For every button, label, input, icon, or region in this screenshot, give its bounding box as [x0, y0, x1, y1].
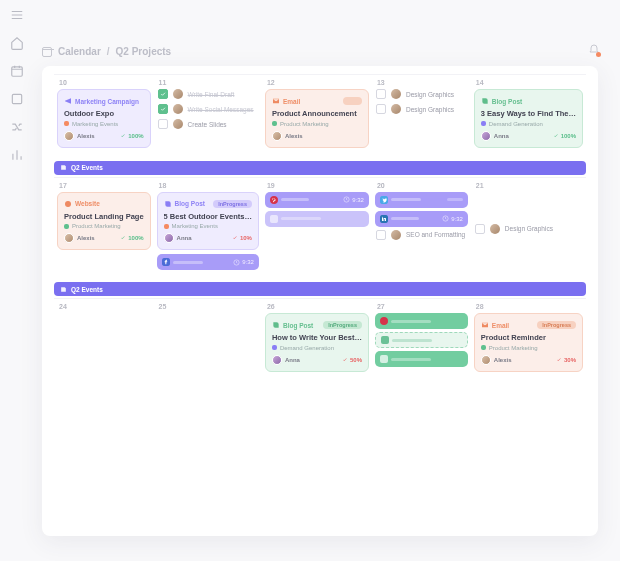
card-title: Product Reminder — [481, 334, 576, 343]
card-title: Product Announcement — [272, 110, 362, 119]
social-tile-pinterest[interactable]: 9:32 — [265, 192, 369, 208]
assignee: Anna — [494, 133, 509, 139]
assignee: Alexis — [494, 357, 512, 363]
avatar — [481, 131, 491, 141]
social-tile-twitter[interactable] — [375, 192, 468, 208]
progress-badge: 30% — [556, 357, 576, 363]
card-category: Product Marketing — [72, 223, 121, 229]
day-number: 18 — [157, 182, 259, 189]
social-tile-linkedin[interactable]: 9:32 — [375, 211, 468, 227]
calendar-glyph-icon — [42, 47, 52, 57]
card-title: Product Landing Page — [64, 213, 144, 222]
avatar — [272, 131, 282, 141]
day-cell[interactable]: 10 Marketing Campaign Outdoor Expo Marke… — [54, 74, 154, 158]
tasks-icon[interactable] — [10, 92, 24, 106]
card-category: Marketing Events — [72, 121, 118, 127]
task-card-email[interactable]: EmailInProgress Product Reminder Product… — [474, 313, 583, 372]
calendar-card: 10 Marketing Campaign Outdoor Expo Marke… — [42, 66, 598, 536]
day-number: 11 — [157, 79, 259, 86]
card-title: 5 Best Outdoor Events… — [164, 213, 252, 222]
card-category: Marketing Events — [172, 223, 218, 229]
home-icon[interactable] — [10, 36, 24, 50]
task-card-blog-post[interactable]: Blog PostInProgress 5 Best Outdoor Event… — [157, 192, 259, 251]
notifications-icon[interactable] — [588, 44, 600, 56]
day-cell[interactable]: 27 — [372, 298, 471, 382]
day-cell[interactable]: 21 Design Graphics — [471, 177, 586, 280]
day-number: 21 — [474, 182, 583, 189]
social-tile-placeholder[interactable] — [265, 211, 369, 227]
social-tile-facebook[interactable]: 9:32 — [157, 254, 259, 270]
card-category: Demand Generation — [280, 345, 334, 351]
day-number: 26 — [265, 303, 369, 310]
progress-badge: 100% — [120, 133, 143, 139]
card-title: Outdoor Expo — [64, 110, 144, 119]
calendar-grid: 10 Marketing Campaign Outdoor Expo Marke… — [54, 74, 586, 382]
assignee: Anna — [285, 357, 300, 363]
avatar — [64, 233, 74, 243]
shuffle-icon[interactable] — [10, 120, 24, 134]
status-pill: InProgress — [537, 321, 576, 329]
card-type: Marketing Campaign — [75, 98, 139, 105]
svg-rect-0 — [12, 67, 23, 76]
event-span-bar[interactable]: Q2 Events — [54, 161, 586, 175]
card-type: Blog Post — [492, 98, 522, 105]
checklist-item[interactable]: Write Social Messages — [157, 104, 259, 114]
day-cell[interactable]: 12 Email Product Announcement Product Ma… — [262, 74, 372, 158]
breadcrumb-separator: / — [107, 46, 110, 57]
checklist-item[interactable]: Create Slides — [157, 119, 259, 129]
progress-badge: 100% — [120, 235, 143, 241]
checklist-item[interactable]: Design Graphics — [474, 224, 583, 234]
status-pill — [343, 97, 362, 105]
day-cell[interactable]: 19 9:32 — [262, 177, 372, 280]
card-title: How to Write Your Best… — [272, 334, 362, 343]
card-type: Blog Post — [283, 322, 313, 329]
calendar-icon[interactable] — [10, 64, 24, 78]
event-span-bar[interactable]: Q2 Events — [54, 282, 586, 296]
day-number: 27 — [375, 303, 468, 310]
day-cell[interactable]: 17 Website Product Landing Page Product … — [54, 177, 154, 280]
assignee: Alexis — [285, 133, 303, 139]
checklist-item[interactable]: SEO and Formatting — [375, 230, 468, 240]
social-tile-outline[interactable] — [375, 332, 468, 348]
social-tile[interactable] — [375, 313, 468, 329]
card-type: Email — [492, 322, 509, 329]
task-card-email[interactable]: Email Product Announcement Product Marke… — [265, 89, 369, 148]
day-cell[interactable]: 28 EmailInProgress Product Reminder Prod… — [471, 298, 586, 382]
day-number: 24 — [57, 303, 151, 310]
task-card-blog-post[interactable]: Blog Post 3 Easy Ways to Find The… Deman… — [474, 89, 583, 148]
span-bar-label: Q2 Events — [71, 286, 103, 293]
day-cell[interactable]: 26 Blog PostInProgress How to Write Your… — [262, 298, 372, 382]
svg-rect-1 — [12, 94, 21, 103]
breadcrumb-page[interactable]: Q2 Projects — [116, 46, 172, 57]
analytics-icon[interactable] — [10, 148, 24, 162]
card-type: Website — [75, 200, 100, 207]
span-bar-label: Q2 Events — [71, 164, 103, 171]
social-tile[interactable] — [375, 351, 468, 367]
day-cell[interactable]: 24 — [54, 298, 154, 382]
day-cell[interactable]: 11 Write Final Draft Write Social Messag… — [154, 74, 262, 158]
task-card-website[interactable]: Website Product Landing Page Product Mar… — [57, 192, 151, 251]
svg-point-5 — [270, 196, 278, 204]
task-card-marketing-campaign[interactable]: Marketing Campaign Outdoor Expo Marketin… — [57, 89, 151, 148]
checklist-item[interactable]: Write Final Draft — [157, 89, 259, 99]
menu-icon[interactable] — [10, 8, 24, 22]
day-number: 20 — [375, 182, 468, 189]
day-number: 12 — [265, 79, 369, 86]
day-cell[interactable]: 18 Blog PostInProgress 5 Best Outdoor Ev… — [154, 177, 262, 280]
progress-badge: 100% — [553, 133, 576, 139]
checklist-item[interactable]: Design Graphics — [375, 89, 468, 99]
day-cell[interactable]: 13 Design Graphics Design Graphics — [372, 74, 471, 158]
checklist-item[interactable]: Design Graphics — [375, 104, 468, 114]
card-category: Product Marketing — [280, 121, 329, 127]
svg-point-10 — [380, 317, 388, 325]
day-cell[interactable]: 20 9:32 SEO and Formatting — [372, 177, 471, 280]
day-cell[interactable]: 14 Blog Post 3 Easy Ways to Find The… De… — [471, 74, 586, 158]
assignee: Anna — [177, 235, 192, 241]
task-card-blog-post[interactable]: Blog PostInProgress How to Write Your Be… — [265, 313, 369, 372]
avatar — [64, 131, 74, 141]
day-number: 19 — [265, 182, 369, 189]
card-category: Product Marketing — [489, 345, 538, 351]
breadcrumb-root[interactable]: Calendar — [58, 46, 101, 57]
card-title: 3 Easy Ways to Find The… — [481, 110, 576, 119]
day-cell[interactable]: 25 — [154, 298, 262, 382]
